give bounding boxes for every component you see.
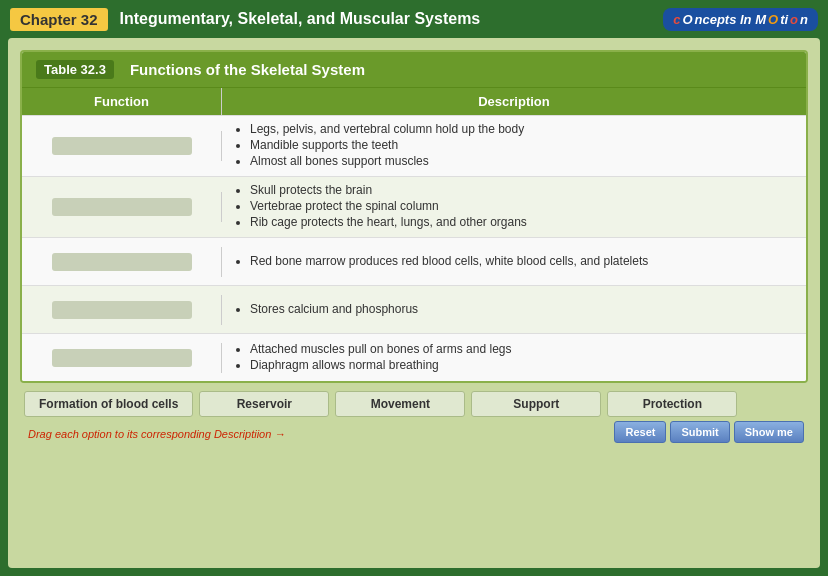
logo-text3: ncepts In M [695, 12, 767, 27]
table-number: Table 32.3 [36, 60, 114, 79]
drag-options-bar: Formation of blood cells Reservoir Movem… [20, 391, 808, 417]
column-headers: Function Description [22, 87, 806, 115]
chapter-badge: Chapter 32 [10, 8, 108, 31]
col-header-description: Description [222, 88, 806, 115]
instruction-text: Drag each option to its corresponding De… [24, 428, 289, 440]
function-cell-3 [22, 247, 222, 277]
drag-option-formation[interactable]: Formation of blood cells [24, 391, 193, 417]
drag-option-reservoir[interactable]: Reservoir [199, 391, 329, 417]
content-area: Table 32.3 Functions of the Skeletal Sys… [8, 38, 820, 568]
desc-item: Legs, pelvis, and vertebral column hold … [250, 122, 796, 136]
function-label-3[interactable] [52, 253, 192, 271]
table-row: Red bone marrow produces red blood cells… [22, 237, 806, 285]
action-buttons: Reset Submit Show me [614, 421, 804, 443]
desc-cell-3: Red bone marrow produces red blood cells… [222, 248, 806, 276]
bottom-bar: Drag each option to its corresponding De… [20, 417, 808, 443]
desc-cell-2: Skull protects the brain Vertebrae prote… [222, 177, 806, 237]
page-header: Chapter 32 Integumentary, Skeletal, and … [0, 0, 828, 38]
desc-cell-1: Legs, pelvis, and vertebral column hold … [222, 116, 806, 176]
logo-text5: ti [780, 12, 788, 27]
function-label-1[interactable] [52, 137, 192, 155]
function-cell-5 [22, 343, 222, 373]
drag-option-support[interactable]: Support [471, 391, 601, 417]
function-label-4[interactable] [52, 301, 192, 319]
show-me-button[interactable]: Show me [734, 421, 804, 443]
function-cell-2 [22, 192, 222, 222]
logo-text4: O [768, 12, 778, 27]
desc-item: Skull protects the brain [250, 183, 796, 197]
concepts-in-motion-logo: cOncepts In MOtion [663, 8, 818, 31]
logo-text6: o [790, 12, 798, 27]
drag-option-movement[interactable]: Movement [335, 391, 465, 417]
logo-text: c [673, 12, 680, 27]
table-row: Attached muscles pull on bones of arms a… [22, 333, 806, 381]
desc-item: Stores calcium and phosphorus [250, 302, 796, 316]
function-cell-4 [22, 295, 222, 325]
desc-item: Attached muscles pull on bones of arms a… [250, 342, 796, 356]
desc-item: Vertebrae protect the spinal column [250, 199, 796, 213]
table-row: Stores calcium and phosphorus [22, 285, 806, 333]
table-container: Table 32.3 Functions of the Skeletal Sys… [20, 50, 808, 383]
drag-option-protection[interactable]: Protection [607, 391, 737, 417]
desc-item: Mandible supports the teeth [250, 138, 796, 152]
function-cell-1 [22, 131, 222, 161]
desc-item: Rib cage protects the heart, lungs, and … [250, 215, 796, 229]
desc-item: Diaphragm allows normal breathing [250, 358, 796, 372]
col-header-function: Function [22, 88, 222, 115]
desc-cell-4: Stores calcium and phosphorus [222, 296, 806, 324]
table-title: Functions of the Skeletal System [130, 61, 365, 78]
submit-button[interactable]: Submit [670, 421, 729, 443]
table-header: Table 32.3 Functions of the Skeletal Sys… [22, 52, 806, 87]
desc-cell-5: Attached muscles pull on bones of arms a… [222, 336, 806, 380]
desc-item: Red bone marrow produces red blood cells… [250, 254, 796, 268]
reset-button[interactable]: Reset [614, 421, 666, 443]
table-row: Skull protects the brain Vertebrae prote… [22, 176, 806, 237]
function-label-5[interactable] [52, 349, 192, 367]
logo-text7: n [800, 12, 808, 27]
page-title: Integumentary, Skeletal, and Muscular Sy… [120, 10, 481, 28]
logo-text2: O [682, 12, 692, 27]
function-label-2[interactable] [52, 198, 192, 216]
table-row: Legs, pelvis, and vertebral column hold … [22, 115, 806, 176]
desc-item: Almost all bones support muscles [250, 154, 796, 168]
